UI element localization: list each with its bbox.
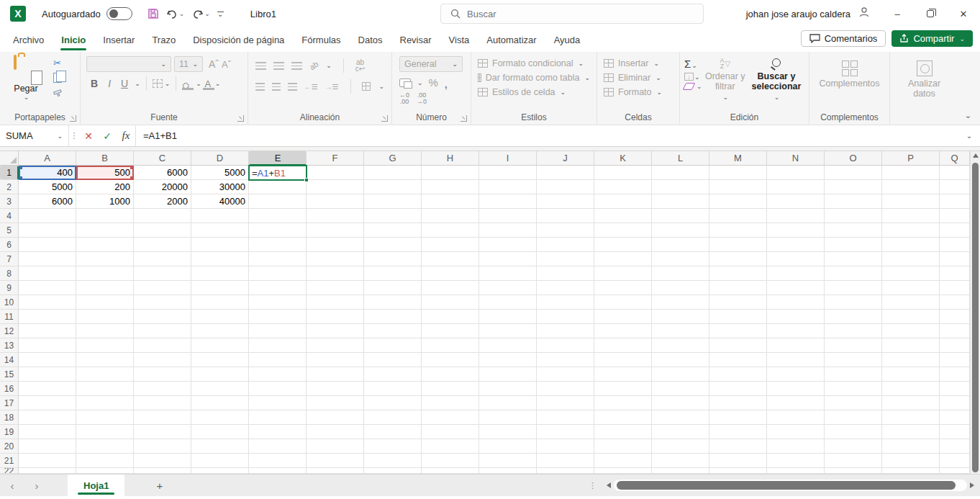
cell-G11[interactable] <box>364 310 422 324</box>
tab-inicio[interactable]: Inicio <box>53 30 94 50</box>
cell-Q15[interactable] <box>940 367 970 382</box>
column-header-Q[interactable]: Q <box>940 151 970 166</box>
cell-H17[interactable] <box>422 396 479 410</box>
cell-F15[interactable] <box>307 367 364 382</box>
cell-Q20[interactable] <box>940 439 970 454</box>
cell-N21[interactable] <box>767 454 825 468</box>
cell-K14[interactable] <box>594 353 652 367</box>
cell-N22[interactable] <box>767 468 825 474</box>
name-box[interactable]: SUMA ⌄ <box>0 125 69 146</box>
row-header-21[interactable]: 21 <box>0 454 19 468</box>
cell-O14[interactable] <box>825 353 882 367</box>
column-header-D[interactable]: D <box>191 151 249 166</box>
sheet-tab-hoja1[interactable]: Hoja1 <box>68 475 124 497</box>
cell-L22[interactable] <box>652 468 709 474</box>
formula-bar-splitter[interactable]: ⋮ <box>69 125 79 146</box>
cell-Q19[interactable] <box>940 425 970 439</box>
cell-A12[interactable] <box>19 324 76 338</box>
save-icon[interactable] <box>145 6 161 21</box>
cell-L1[interactable] <box>652 166 709 180</box>
cell-F14[interactable] <box>307 353 364 367</box>
cell-P15[interactable] <box>882 367 940 382</box>
cell-N8[interactable] <box>767 266 825 281</box>
cell-J19[interactable] <box>537 425 594 439</box>
cell-G20[interactable] <box>364 439 422 454</box>
cell-J4[interactable] <box>537 209 594 223</box>
cell-G15[interactable] <box>364 367 422 382</box>
cell-I13[interactable] <box>479 338 537 353</box>
cell-C7[interactable] <box>134 252 191 266</box>
cell-N18[interactable] <box>767 410 825 425</box>
cell-G6[interactable] <box>364 238 422 252</box>
cell-D12[interactable] <box>191 324 249 338</box>
cell-M9[interactable] <box>709 281 767 295</box>
cell-D20[interactable] <box>191 439 249 454</box>
cell-P16[interactable] <box>882 382 940 396</box>
cell-Q12[interactable] <box>940 324 970 338</box>
cell-M5[interactable] <box>709 223 767 238</box>
cell-B13[interactable] <box>76 338 134 353</box>
cell-A10[interactable] <box>19 295 76 310</box>
scroll-right-icon[interactable] <box>970 482 974 488</box>
cell-C16[interactable] <box>134 382 191 396</box>
cell-D6[interactable] <box>191 238 249 252</box>
cell-B8[interactable] <box>76 266 134 281</box>
align-top-button[interactable] <box>255 62 266 70</box>
row-header-8[interactable]: 8 <box>0 266 19 281</box>
cell-L7[interactable] <box>652 252 709 266</box>
increase-decimal-button[interactable]: ←0.00 <box>399 92 409 105</box>
cell-D13[interactable] <box>191 338 249 353</box>
cell-C4[interactable] <box>134 209 191 223</box>
tab-trazo[interactable]: Trazo <box>143 30 184 50</box>
cell-Q18[interactable] <box>940 410 970 425</box>
cell-C3[interactable]: 2000 <box>134 194 191 209</box>
cell-O7[interactable] <box>825 252 882 266</box>
cell-F21[interactable] <box>307 454 364 468</box>
cell-A17[interactable] <box>19 396 76 410</box>
cell-H18[interactable] <box>422 410 479 425</box>
cell-A3[interactable]: 6000 <box>19 194 76 209</box>
cell-J21[interactable] <box>537 454 594 468</box>
cell-C17[interactable] <box>134 396 191 410</box>
cancel-entry-button[interactable]: ✕ <box>79 125 98 146</box>
cell-F16[interactable] <box>307 382 364 396</box>
cell-O17[interactable] <box>825 396 882 410</box>
decrease-decimal-button[interactable]: .00→0 <box>417 92 427 105</box>
column-header-K[interactable]: K <box>594 151 652 166</box>
cell-Q6[interactable] <box>940 238 970 252</box>
customize-qat-icon[interactable]: ⌄ <box>215 10 226 17</box>
undo-icon[interactable]: ⌄ <box>164 7 187 21</box>
cell-N2[interactable] <box>767 180 825 194</box>
cell-O5[interactable] <box>825 223 882 238</box>
cell-L6[interactable] <box>652 238 709 252</box>
cell-B5[interactable] <box>76 223 134 238</box>
row-header-2[interactable]: 2 <box>0 180 19 194</box>
cell-C20[interactable] <box>134 439 191 454</box>
cell-P17[interactable] <box>882 396 940 410</box>
cell-G10[interactable] <box>364 295 422 310</box>
cell-I18[interactable] <box>479 410 537 425</box>
cell-M11[interactable] <box>709 310 767 324</box>
user-name[interactable]: johan jose araujo caldera <box>746 9 850 19</box>
cell-O22[interactable] <box>825 468 882 474</box>
column-header-E[interactable]: E <box>249 151 307 166</box>
cell-B18[interactable] <box>76 410 134 425</box>
cell-E10[interactable] <box>249 295 307 310</box>
cell-K13[interactable] <box>594 338 652 353</box>
cell-P14[interactable] <box>882 353 940 367</box>
autosave-toggle[interactable] <box>106 7 132 20</box>
column-header-N[interactable]: N <box>767 151 825 166</box>
cell-E4[interactable] <box>249 209 307 223</box>
cell-N7[interactable] <box>767 252 825 266</box>
cell-B7[interactable] <box>76 252 134 266</box>
cell-G3[interactable] <box>364 194 422 209</box>
cell-N3[interactable] <box>767 194 825 209</box>
cell-H12[interactable] <box>422 324 479 338</box>
cell-C22[interactable] <box>134 468 191 474</box>
font-size-select[interactable]: 11⌄ <box>174 56 203 72</box>
cell-I5[interactable] <box>479 223 537 238</box>
horizontal-scroll-thumb[interactable] <box>617 481 956 490</box>
cell-P6[interactable] <box>882 238 940 252</box>
cell-J16[interactable] <box>537 382 594 396</box>
cell-K19[interactable] <box>594 425 652 439</box>
